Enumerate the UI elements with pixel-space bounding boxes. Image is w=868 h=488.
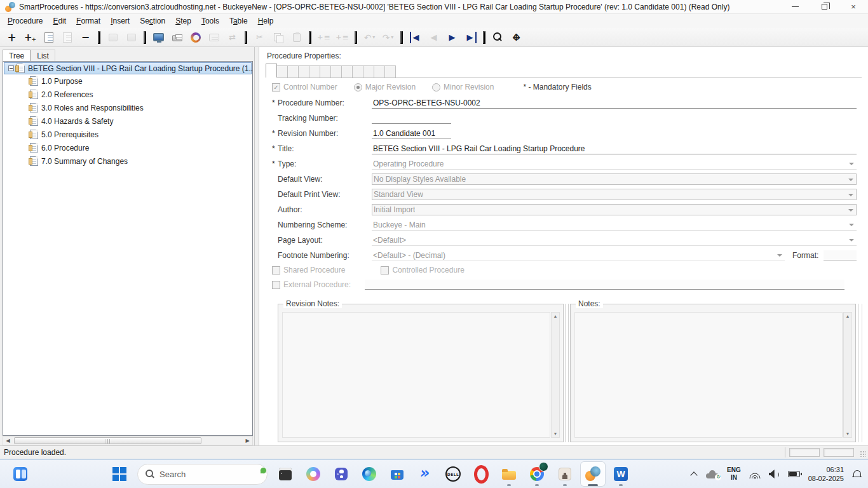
field-control: 1.0 Candidate 001: [372, 128, 451, 139]
chevron-down-icon: [848, 194, 853, 199]
restore-button[interactable]: [810, 0, 839, 13]
collapse-expander-icon[interactable]: [8, 65, 14, 71]
tab-faus[interactable]: [309, 65, 320, 78]
field-control: OPS-OPRC-BETEG-NSU-0002: [372, 97, 857, 109]
panel-splitter[interactable]: [254, 47, 259, 445]
app-dark-grid-icon[interactable]: [273, 461, 298, 487]
preview-icon[interactable]: [150, 30, 167, 45]
tab-list[interactable]: List: [31, 50, 55, 62]
add-child-icon[interactable]: [22, 30, 39, 45]
tab-groups[interactable]: [341, 65, 353, 78]
pan-icon[interactable]: [508, 30, 525, 45]
tree-item-references[interactable]: 2.0 References: [3, 88, 252, 101]
tab-general[interactable]: [266, 64, 277, 78]
photos-app-icon[interactable]: [552, 461, 578, 487]
tab-signoffs[interactable]: [374, 65, 385, 78]
field-title: *Title: BETEG Section VIII - LPG Rail Ca…: [272, 141, 857, 156]
refresh-icon[interactable]: [187, 30, 204, 45]
tab-history[interactable]: [298, 65, 309, 78]
tab-additional-properties[interactable]: [276, 65, 288, 78]
tab-template[interactable]: [384, 65, 396, 78]
find-icon[interactable]: [489, 30, 506, 45]
tree-item-hazards[interactable]: 4.0 Hazards & Safety: [3, 114, 252, 128]
tree-item-prerequisites[interactable]: 5.0 Prerequisites: [3, 128, 252, 141]
opera-icon[interactable]: [468, 461, 494, 487]
toolbar-separator: [144, 31, 146, 44]
menu-section[interactable]: Section: [135, 15, 170, 27]
document-icon: [30, 103, 38, 112]
teams-icon[interactable]: [329, 461, 354, 487]
tab-attachments[interactable]: [352, 65, 363, 78]
print-icon[interactable]: [168, 30, 186, 45]
file-explorer-icon[interactable]: [496, 461, 522, 487]
tree-item-purpose[interactable]: 1.0 Purpose: [3, 74, 252, 88]
outline-view-icon[interactable]: [40, 30, 57, 45]
tab-analyze[interactable]: [320, 65, 331, 78]
field-default-print-view: Default Print View: Standard View: [272, 187, 857, 202]
edge-icon[interactable]: [356, 461, 382, 487]
tab-revision[interactable]: [287, 65, 299, 78]
document-icon: [30, 130, 38, 139]
language-indicator[interactable]: ENGIN: [727, 466, 741, 482]
tray-overflow-chevron-icon[interactable]: [690, 471, 698, 477]
demote-icon: [123, 30, 140, 45]
menu-procedure[interactable]: Procedure: [3, 15, 48, 27]
tree-item-procedure[interactable]: 6.0 Procedure: [3, 141, 252, 154]
nav-last-icon[interactable]: [462, 30, 479, 45]
word-icon[interactable]: W: [608, 461, 634, 487]
field-procedure-number: *Procedure Number: OPS-OPRC-BETEG-NSU-00…: [272, 95, 857, 111]
add-icon[interactable]: [3, 30, 20, 45]
dell-icon[interactable]: DELL: [440, 461, 466, 487]
menu-format[interactable]: Format: [71, 15, 105, 27]
scroll-right-icon[interactable]: ▶: [243, 438, 252, 444]
nav-next-icon[interactable]: [444, 30, 461, 45]
scrollbar-thumb[interactable]: [14, 437, 201, 444]
smartprocedures-icon[interactable]: [580, 461, 606, 487]
scroll-left-icon[interactable]: ◀: [3, 438, 13, 444]
start-button[interactable]: [107, 461, 132, 487]
clock[interactable]: 06:3108-02-2025: [808, 465, 844, 484]
revision-notes-textarea[interactable]: [282, 312, 550, 438]
search-placeholder: Search: [159, 470, 186, 479]
notes-scrollbar[interactable]: ▲▼: [843, 312, 852, 438]
toolbar-separator: [400, 31, 403, 44]
menu-tools[interactable]: Tools: [196, 15, 224, 27]
tab-tree[interactable]: Tree: [3, 50, 31, 62]
menu-edit[interactable]: Edit: [48, 15, 71, 27]
widgets-button[interactable]: [8, 461, 33, 487]
wifi-icon[interactable]: [749, 470, 761, 478]
tree-item-roles[interactable]: 3.0 Roles and Responsibilities: [3, 101, 252, 114]
menu-help[interactable]: Help: [253, 15, 279, 27]
windows-start-icon: [111, 466, 128, 482]
copilot-icon[interactable]: [301, 461, 326, 487]
field-page-layout: Page Layout: <Default>: [272, 233, 857, 248]
chrome-icon[interactable]: [524, 461, 550, 487]
remove-icon[interactable]: [77, 30, 94, 45]
notes-splitter[interactable]: [565, 304, 569, 442]
menu-bar: ProcedureEditFormatInsertSectionStepTool…: [0, 14, 868, 28]
close-button[interactable]: ×: [839, 0, 868, 13]
tree-item-summary[interactable]: 7.0 Summary of Changes: [3, 154, 252, 168]
notification-bell-icon[interactable]: [852, 470, 862, 478]
notes-textarea[interactable]: [574, 312, 843, 438]
taskbar-search[interactable]: Search: [137, 464, 268, 485]
onedrive-sync-icon[interactable]: [706, 470, 719, 478]
revision-notes-scrollbar[interactable]: ▲▼: [551, 312, 560, 438]
resize-grip[interactable]: [860, 451, 866, 457]
power-automate-icon[interactable]: [412, 461, 438, 487]
tab-object-locator[interactable]: [330, 65, 342, 78]
battery-icon[interactable]: [788, 471, 800, 477]
minimize-button[interactable]: [780, 0, 810, 13]
microsoft-store-icon[interactable]: [384, 461, 410, 487]
tree-horizontal-scrollbar[interactable]: ◀ ▶: [3, 436, 253, 445]
menu-insert[interactable]: Insert: [105, 15, 135, 27]
scroll-up-icon: ▲: [553, 314, 558, 318]
tree-root-item[interactable]: BETEG Section VIII - LPG Rail Car Loadin…: [4, 62, 252, 74]
volume-icon[interactable]: [769, 470, 780, 478]
nav-first-icon[interactable]: [407, 30, 424, 45]
menu-table[interactable]: Table: [224, 15, 253, 27]
sync-icon: [224, 30, 241, 45]
tab-questions[interactable]: [363, 65, 374, 78]
smartprocedures-app-icon: [5, 2, 15, 12]
menu-step[interactable]: Step: [170, 15, 196, 27]
